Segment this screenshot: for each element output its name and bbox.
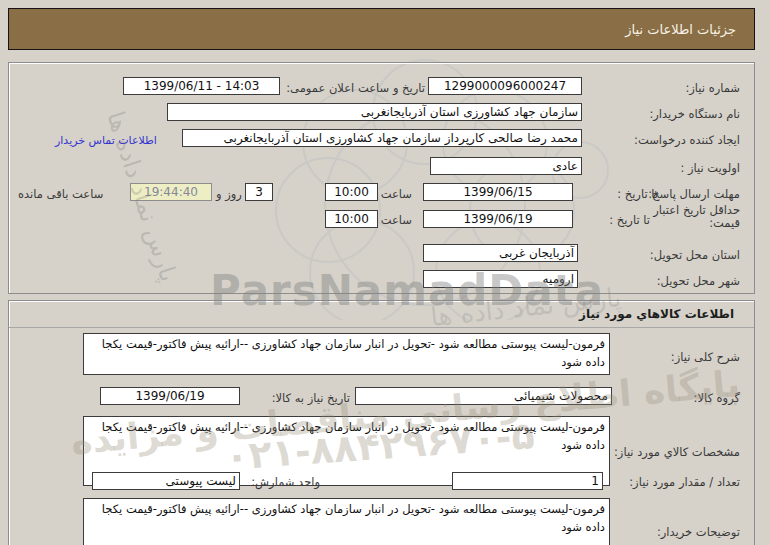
buyer-contact-link[interactable]: اطلاعات تماس خریدار [55,134,157,147]
remaining-days-label: روز و [216,187,242,201]
goods-group-field[interactable]: محصولات شیمیائی [355,387,612,405]
need-details-panel [8,62,755,294]
general-desc-textarea[interactable]: فرمون-لیست پیوستی مطالعه شود -تحویل در ا… [83,333,610,375]
buyer-org-field[interactable]: سازمان جهاد کشاورزی استان آذربایجانغربی [167,103,582,121]
need-number-field[interactable]: 1299000096000247 [428,77,582,95]
price-validity-time-field[interactable]: 10:00 [325,210,378,228]
delivery-city-label: شهر محل تحویل: [657,274,740,288]
goods-section-title: اطلاعات کالاهاي مورد نیاز [579,307,734,321]
delivery-province-label: استان محل تحویل: [650,248,740,262]
remaining-suffix-label: ساعت باقی مانده [18,187,103,201]
delivery-city-field[interactable]: ارومیه [423,270,578,288]
quantity-label: تعداد / مقدار مورد نیاز: [629,475,740,489]
priority-label: اولویت نیاز : [680,161,740,175]
goods-group-label: گروه کالا: [694,391,740,405]
announce-datetime-label: تاریخ و ساعت اعلان عمومی: [286,81,425,95]
price-validity-date-field[interactable]: 1399/06/19 [423,210,573,228]
specs-label: مشخصات کالاي مورد نیاز: [614,445,740,459]
request-creator-label: ایجاد کننده درخواست: [634,133,740,147]
need-date-label: تاریخ نیاز به کالا: [272,391,350,405]
remaining-countdown-field: 19:44:40 [130,183,212,201]
price-until-label: تا تاریخ : [609,213,650,227]
need-date-field[interactable]: 1399/06/19 [100,387,240,405]
reply-deadline-label: مهلت ارسال پاسخ: [648,187,740,201]
general-desc-label: شرح کلی نیاز: [671,350,740,364]
remaining-days-field[interactable]: 3 [245,183,273,201]
buyer-notes-textarea[interactable]: فرمون-لیست پیوستی مطالعه شود -تحویل در ا… [83,498,610,545]
price-validity-label-line1: حداقل تاریخ اعتبار [653,203,740,217]
unit-field[interactable]: لیست پیوستی [92,472,240,490]
page: جزئیات اطلاعات نیاز شماره نیاز: 12990000… [0,0,770,545]
unit-label: واحد شمارش: [251,475,320,489]
quantity-field[interactable]: 1 [452,472,603,490]
reply-hour-label: ساعت [381,187,412,201]
page-title: جزئیات اطلاعات نیاز [625,22,736,37]
buyer-notes-label: توضیحات خریدار: [657,525,740,539]
announce-datetime-field[interactable]: 1399/06/11 - 14:03 [123,77,280,95]
section-title-bar: جزئیات اطلاعات نیاز [8,8,755,50]
request-creator-field[interactable]: محمد رضا صالحی کارپرداز سازمان جهاد کشاو… [182,129,582,147]
buyer-org-label: نام دستگاه خریدار: [649,107,740,121]
price-hour-label: ساعت [381,213,412,227]
priority-field[interactable]: عادی [430,157,582,175]
reply-until-label: تا تاریخ : [617,187,658,201]
reply-deadline-date-field[interactable]: 1399/06/15 [423,183,573,201]
price-validity-label-line2: قیمت: [709,216,740,230]
reply-deadline-time-field[interactable]: 10:00 [325,183,378,201]
delivery-province-field[interactable]: آذربایجان غربی [423,244,578,262]
goods-section-header: اطلاعات کالاهاي مورد نیاز [9,301,754,328]
need-number-label: شماره نیاز: [685,81,740,95]
